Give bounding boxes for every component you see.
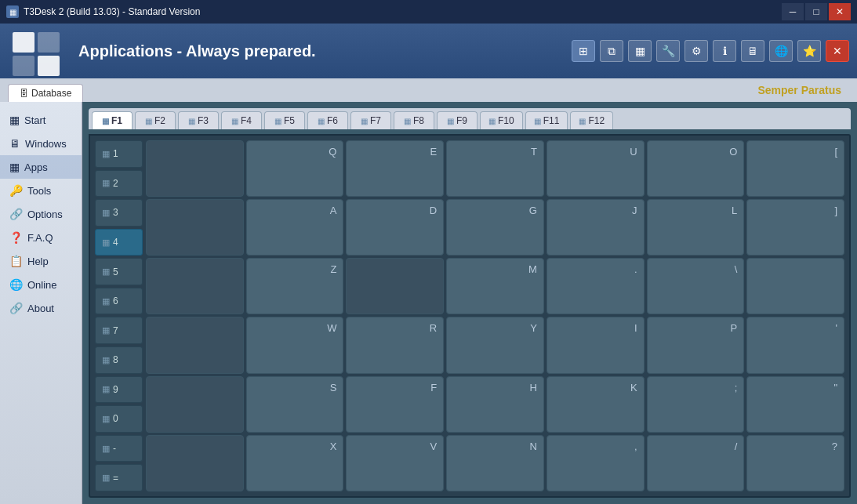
row-label-6[interactable]: ▦6: [95, 288, 143, 315]
row-label-=[interactable]: ▦=: [95, 464, 143, 491]
key-cell-r1-c1[interactable]: Q: [246, 140, 344, 197]
apps-icon: ▦: [9, 161, 20, 173]
key-cell-r4-c2[interactable]: R: [346, 317, 444, 373]
database-tab[interactable]: 🗄 Database: [8, 84, 83, 102]
sidebar-item-faq-label: F.A.Q: [27, 232, 53, 244]
key-cell-r3-c0: [146, 258, 244, 314]
about-icon: 🔗: [9, 302, 23, 314]
fkey-tab-f8[interactable]: ▦F8: [394, 111, 434, 129]
row-label-4[interactable]: ▦4: [95, 229, 143, 256]
fkey-tab-f11[interactable]: ▦F11: [525, 111, 568, 129]
row-label-text: 6: [113, 296, 118, 306]
key-cell-r3-c6[interactable]: [746, 258, 844, 314]
sidebar-item-faq[interactable]: ❓ F.A.Q: [0, 226, 82, 249]
sidebar-item-apps[interactable]: ▦ Apps: [0, 155, 82, 179]
close-header-button[interactable]: ✕: [826, 40, 849, 62]
fkey-tab-f6[interactable]: ▦F6: [307, 111, 348, 129]
header: Applications - Always prepared. ⊞ ⧉ ▦ 🔧 …: [0, 24, 857, 78]
fkey-tab-f1[interactable]: ▦F1: [92, 111, 133, 129]
key-cell-r6-c4[interactable]: ,: [547, 435, 645, 491]
key-cell-r1-c4[interactable]: U: [547, 140, 645, 197]
fkey-tab-f2[interactable]: ▦F2: [135, 111, 176, 129]
minimize-button[interactable]: ─: [782, 3, 804, 20]
wrench-button[interactable]: 🔧: [656, 40, 680, 62]
sidebar-item-options[interactable]: 🔗 Options: [0, 202, 82, 226]
row-label-7[interactable]: ▦7: [95, 317, 143, 344]
close-button[interactable]: ✕: [829, 3, 851, 20]
key-cell-r2-c2[interactable]: D: [346, 199, 444, 256]
monitor-button[interactable]: 🖥: [741, 40, 764, 62]
sidebar-item-start[interactable]: ▦ Start: [0, 108, 82, 132]
row-label-5[interactable]: ▦5: [95, 258, 143, 285]
key-cell-r1-c2[interactable]: E: [346, 140, 444, 197]
row-grid-icon: ▦: [102, 178, 110, 188]
tools-icon: 🔑: [9, 184, 23, 197]
sidebar-item-options-label: Options: [27, 208, 63, 220]
key-cell-r1-c3[interactable]: T: [446, 140, 544, 197]
key-cell-r4-c6[interactable]: ': [746, 317, 844, 373]
sidebar-item-start-label: Start: [24, 114, 45, 126]
sidebar-item-tools[interactable]: 🔑 Tools: [0, 179, 82, 202]
fkey-tab-f5[interactable]: ▦F5: [264, 111, 305, 129]
copy-view-button[interactable]: ⧉: [600, 40, 623, 62]
star-button[interactable]: ⭐: [797, 40, 821, 62]
row-label-0[interactable]: ▦0: [95, 405, 143, 433]
row-grid-icon: ▦: [102, 296, 110, 306]
key-cell-r5-c4[interactable]: K: [547, 376, 645, 433]
fkey-tab-label: F10: [498, 115, 514, 126]
key-cell-r4-c5[interactable]: P: [647, 317, 745, 373]
info-button[interactable]: ℹ: [713, 40, 736, 62]
key-cell-r6-c3[interactable]: N: [446, 435, 544, 491]
row-label--[interactable]: ▦-: [95, 435, 143, 462]
key-cell-r5-c1[interactable]: S: [246, 376, 344, 433]
key-cell-r4-c4[interactable]: I: [547, 317, 645, 373]
key-cell-r5-c5[interactable]: ;: [647, 376, 745, 433]
tabbar: 🗄 Database Semper Paratus: [0, 78, 857, 102]
key-cell-r2-c5[interactable]: L: [647, 199, 745, 256]
key-cell-r2-c1[interactable]: A: [246, 199, 344, 256]
sidebar-item-online[interactable]: 🌐 Online: [0, 273, 82, 296]
row-label-1[interactable]: ▦1: [95, 140, 143, 168]
key-cell-r2-c4[interactable]: J: [547, 199, 645, 256]
key-cell-r1-c5[interactable]: O: [647, 140, 745, 197]
row-label-2[interactable]: ▦2: [95, 170, 143, 198]
fkey-tab-f10[interactable]: ▦F10: [480, 111, 523, 129]
key-cell-r4-c3[interactable]: Y: [446, 317, 544, 373]
key-cell-r3-c4[interactable]: .: [547, 258, 645, 314]
row-label-3[interactable]: ▦3: [95, 199, 143, 227]
key-cell-r5-c2[interactable]: F: [346, 376, 444, 433]
key-cell-r6-c2[interactable]: V: [346, 435, 444, 491]
row-label-text: 9: [113, 384, 118, 395]
key-cell-r3-c3[interactable]: M: [446, 258, 544, 314]
grid-view-button[interactable]: ⊞: [572, 40, 595, 62]
key-cell-r2-c3[interactable]: G: [446, 199, 544, 256]
sidebar-item-windows[interactable]: 🖥 Windows: [0, 132, 82, 155]
logo-square-2: [38, 32, 60, 53]
key-cell-r3-c5[interactable]: \: [647, 258, 745, 314]
key-cell-r2-c6[interactable]: ]: [746, 199, 844, 256]
key-cell-r6-c1[interactable]: X: [246, 435, 344, 491]
key-cell-r5-c3[interactable]: H: [446, 376, 544, 433]
key-cell-r5-c6[interactable]: ": [746, 376, 844, 433]
sidebar-item-help[interactable]: 📋 Help: [0, 249, 82, 273]
row-label-8[interactable]: ▦8: [95, 346, 143, 374]
key-cell-r6-c5[interactable]: /: [647, 435, 745, 491]
fkey-tab-f12[interactable]: ▦F12: [570, 111, 613, 129]
row-label-9[interactable]: ▦9: [95, 376, 143, 404]
fkey-tab-f3[interactable]: ▦F3: [178, 111, 219, 129]
table-view-button[interactable]: ▦: [628, 40, 652, 62]
maximize-button[interactable]: □: [805, 3, 827, 20]
fkey-tab-f7[interactable]: ▦F7: [350, 111, 391, 129]
sidebar-item-help-label: Help: [27, 256, 49, 267]
fkey-tab-f4[interactable]: ▦F4: [221, 111, 262, 129]
gear-button[interactable]: ⚙: [685, 40, 708, 62]
fkey-tab-f9[interactable]: ▦F9: [437, 111, 478, 129]
help-icon: 📋: [9, 255, 23, 267]
key-cell-r3-c1[interactable]: Z: [246, 258, 344, 314]
key-cell-r4-c1[interactable]: W: [246, 317, 344, 373]
globe-button[interactable]: 🌐: [769, 40, 793, 62]
key-cell-r6-c6[interactable]: ?: [746, 435, 844, 491]
row-grid-icon: ▦: [102, 355, 110, 365]
key-cell-r1-c6[interactable]: [: [746, 140, 844, 197]
sidebar-item-about[interactable]: 🔗 About: [0, 296, 82, 320]
